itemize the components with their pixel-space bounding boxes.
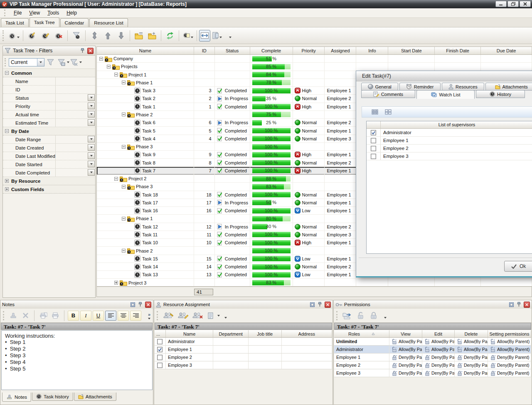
toolbar-options-dropdown-icon[interactable] xyxy=(148,318,150,319)
checkbox-unchecked-icon[interactable] xyxy=(157,363,163,368)
filter-panel-close-icon[interactable] xyxy=(87,48,94,54)
filter-field-dropdown-icon[interactable] xyxy=(88,161,95,167)
resource-close-icon[interactable] xyxy=(325,302,331,308)
menu-item-file[interactable]: File xyxy=(10,9,25,17)
permission-row[interactable]: Administrator Allow(By Parent)Allow(By P… xyxy=(334,346,531,353)
resource-column-department[interactable]: Department xyxy=(213,330,249,337)
pin-icon[interactable] xyxy=(317,302,323,307)
view-tab-task-tree[interactable]: Task Tree xyxy=(30,17,59,27)
permissions-column-roles[interactable]: Roles xyxy=(334,330,389,337)
refresh-button[interactable] xyxy=(163,30,177,42)
checkbox-checked-icon[interactable] xyxy=(157,347,163,352)
filter-field-dropdown-icon[interactable] xyxy=(88,103,95,109)
bold-button[interactable]: B xyxy=(68,311,79,321)
permissions-close-icon[interactable] xyxy=(524,302,530,308)
pin-icon[interactable] xyxy=(80,48,85,54)
apply-permissions-icon[interactable] xyxy=(341,311,354,321)
bottom-tab-attachments[interactable]: Attachments xyxy=(74,393,116,401)
task-row[interactable]: Project 3 83 % xyxy=(97,279,532,287)
permissions-column-delete[interactable]: Delete xyxy=(455,330,488,337)
restore-panel-icon[interactable] xyxy=(509,302,514,307)
clear-filter-button[interactable] xyxy=(69,57,82,68)
column-header-start-date[interactable]: Start Date xyxy=(388,47,435,54)
checkbox-unchecked-icon[interactable] xyxy=(371,138,376,143)
column-header-assigned[interactable]: Assigned xyxy=(325,47,356,54)
italic-button[interactable]: I xyxy=(80,311,91,321)
menu-item-view[interactable]: View xyxy=(25,9,44,17)
lock-icon[interactable] xyxy=(368,311,379,321)
align-center-button[interactable] xyxy=(118,311,129,321)
apply-filter-button[interactable] xyxy=(44,57,57,68)
menu-item-help[interactable]: Help xyxy=(63,9,81,17)
filter-section-common[interactable]: Common xyxy=(3,69,95,77)
close-button[interactable] xyxy=(520,1,531,7)
uncheck-all-icon[interactable] xyxy=(383,107,394,117)
save-filter-button[interactable] xyxy=(57,57,69,68)
filter-field-dropdown-icon[interactable] xyxy=(88,152,95,159)
filter-preset-select[interactable]: Current xyxy=(9,58,44,66)
check-all-icon[interactable] xyxy=(369,107,380,117)
filter-field-value[interactable] xyxy=(55,135,95,143)
checkbox-checked-icon[interactable] xyxy=(371,130,376,135)
restore-button[interactable] xyxy=(507,1,519,7)
filter-field-dropdown-icon[interactable] xyxy=(88,119,95,126)
minimize-button[interactable] xyxy=(495,1,507,7)
pin-icon[interactable] xyxy=(516,302,522,307)
underline-button[interactable]: U xyxy=(93,311,104,321)
resource-column-job-title[interactable]: Job title xyxy=(249,330,282,337)
permissions-toolbar-dropdown-icon[interactable] xyxy=(384,317,387,319)
resource-column-address[interactable]: Address xyxy=(282,330,332,337)
supervisor-row[interactable]: Employee 1 xyxy=(367,137,532,145)
filter-field-value[interactable] xyxy=(55,160,95,168)
duplicate-button[interactable] xyxy=(181,30,195,42)
pin-icon[interactable] xyxy=(138,302,143,307)
overflow-dropdown-button[interactable] xyxy=(224,30,237,42)
new-task-clock-button[interactable] xyxy=(7,30,21,42)
dialog-tab-attachments[interactable]: Attachments xyxy=(485,83,532,91)
toolbar-overflow-icon[interactable]: » xyxy=(148,312,150,317)
filter-field-value[interactable] xyxy=(55,169,95,177)
task-row[interactable]: Company 51 % xyxy=(97,55,532,63)
filter-section-by-date[interactable]: By Date xyxy=(3,127,95,135)
view-tab-task-list[interactable]: Task List xyxy=(1,18,29,27)
column-header-finish-date[interactable]: Finish Date xyxy=(435,47,481,54)
permission-row[interactable]: Unlimited Allow(By Parent)Allow(By Paren… xyxy=(334,338,531,346)
remove-resource-icon[interactable] xyxy=(191,311,204,321)
collapse-tree-button[interactable] xyxy=(132,30,145,42)
align-right-button[interactable] xyxy=(130,311,141,321)
delete-note-icon[interactable] xyxy=(20,311,31,321)
checkbox-unchecked-icon[interactable] xyxy=(371,146,376,151)
edit-task-pencil-button[interactable] xyxy=(39,30,52,42)
notes-content[interactable]: Working instructions: • Step 1• Step 2• … xyxy=(1,330,153,390)
column-header-status[interactable]: Status xyxy=(215,47,250,54)
filter-field-dropdown-icon[interactable] xyxy=(88,111,95,118)
move-up-down-button[interactable] xyxy=(88,30,101,42)
dialog-title-bar[interactable]: Edit Task(#7) xyxy=(356,71,532,81)
filter-field-value[interactable] xyxy=(55,152,95,160)
filter-field-value[interactable] xyxy=(55,144,95,152)
permission-row[interactable]: Employee 2 Deny(By Parent)Deny(By Parent… xyxy=(334,361,531,369)
menu-item-tools[interactable]: Tools xyxy=(44,9,63,17)
print-icon[interactable] xyxy=(50,311,61,321)
resource-column-checkbox[interactable]: ... xyxy=(155,330,166,337)
filter-field-value[interactable] xyxy=(55,110,95,118)
filter-field-value[interactable] xyxy=(55,86,95,93)
dialog-tab-watch-list[interactable]: Watch List xyxy=(416,90,475,99)
checkbox-unchecked-icon[interactable] xyxy=(157,355,163,360)
permission-row[interactable]: Employee 3 Deny(By Parent)Deny(By Parent… xyxy=(334,369,531,377)
move-up-button[interactable] xyxy=(101,30,114,42)
filter-field-dropdown-icon[interactable] xyxy=(88,144,95,151)
unlock-icon[interactable] xyxy=(355,311,367,321)
filter-preset-dropdown-icon[interactable] xyxy=(37,59,44,66)
column-header-priority[interactable]: Priority xyxy=(293,47,325,54)
column-header-id[interactable]: ID xyxy=(194,47,215,54)
filter-field-value[interactable] xyxy=(55,94,95,102)
filter-field-value[interactable] xyxy=(55,119,95,127)
dialog-tab-comments[interactable]: Comments xyxy=(361,90,415,98)
print-preview-icon[interactable] xyxy=(38,311,49,321)
filter-field-value[interactable] xyxy=(55,77,95,85)
checkbox-unchecked-icon[interactable] xyxy=(371,154,376,159)
resource-toolbar-dropdown-icon[interactable] xyxy=(224,317,227,319)
dialog-tab-resources[interactable]: Resources xyxy=(442,83,485,91)
supervisor-row[interactable]: Employee 3 xyxy=(367,152,532,160)
